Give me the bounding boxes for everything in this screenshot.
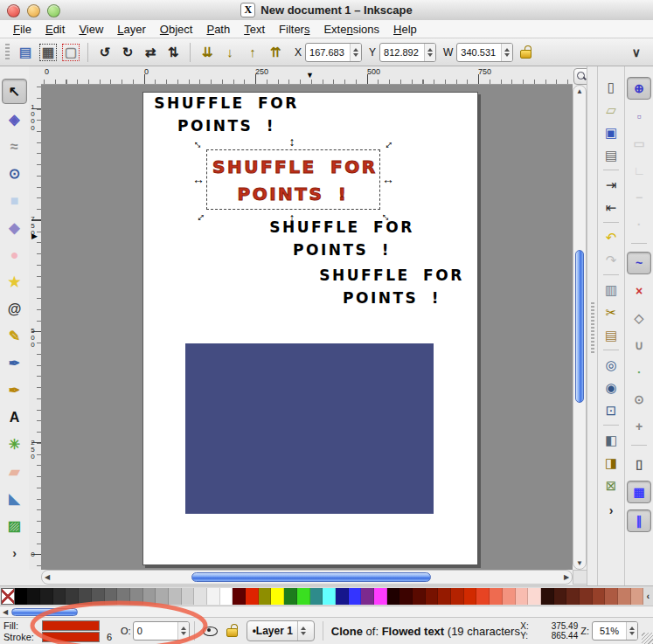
- copy-button[interactable]: ▥: [601, 280, 622, 300]
- stroke-color-swatch[interactable]: [42, 632, 100, 642]
- snap-line-midpoints-button[interactable]: ∙: [628, 362, 650, 383]
- palette-swatch[interactable]: [631, 588, 644, 605]
- calligraphy-tool[interactable]: ✒: [3, 378, 26, 402]
- node-tool[interactable]: ◈: [3, 107, 26, 131]
- fill-stroke-indicator[interactable]: Fill: Stroke: 6: [3, 620, 115, 642]
- ellipse-tool[interactable]: ●: [3, 243, 26, 267]
- palette-swatch[interactable]: [503, 588, 516, 605]
- horizontal-scrollbar[interactable]: ◀ ▶: [41, 570, 573, 585]
- selector-tool[interactable]: ↖: [2, 79, 27, 104]
- layer-selector[interactable]: •Layer 1: [247, 620, 315, 641]
- field-x-input[interactable]: 167.683: [305, 43, 362, 62]
- flowed-text-3[interactable]: SHUFFLE FORPOINTS !: [311, 264, 472, 310]
- export-button[interactable]: ⇤: [601, 197, 622, 218]
- snap-cusp-nodes-button[interactable]: ◇: [628, 308, 650, 329]
- zoom-drawing-button[interactable]: ◉: [601, 377, 622, 398]
- text-tool[interactable]: A: [3, 405, 26, 429]
- palette-swatch[interactable]: [361, 588, 374, 605]
- vertical-scroll-thumb[interactable]: [575, 250, 584, 403]
- flip-horizontal-button[interactable]: ⇄: [140, 42, 161, 63]
- star-tool[interactable]: ★: [3, 270, 26, 294]
- toolbar-overflow-chevron-icon[interactable]: ∨: [632, 45, 648, 59]
- vertical-ruler[interactable]: 1 0 0 07 5 05 0 02 5 00▶: [29, 85, 41, 570]
- gradient-tool[interactable]: ▨: [3, 514, 26, 537]
- palette-swatch[interactable]: [593, 588, 606, 605]
- import-button[interactable]: ⇥: [601, 175, 622, 195]
- palette-swatch[interactable]: [541, 588, 554, 605]
- open-document-button[interactable]: ▱: [601, 100, 622, 120]
- palette-swatch[interactable]: [554, 588, 567, 605]
- paint-bucket-tool[interactable]: ◣: [3, 487, 26, 510]
- palette-swatch[interactable]: [40, 588, 53, 605]
- print-document-button[interactable]: ▤: [601, 145, 622, 165]
- snap-path-intersections-button[interactable]: ×: [628, 280, 650, 301]
- palette-swatch[interactable]: [284, 588, 297, 605]
- field-x-spinner[interactable]: [350, 44, 361, 61]
- snap-bbox-centers-button[interactable]: ·: [628, 214, 650, 235]
- rectangle-tool[interactable]: ■: [3, 189, 26, 212]
- palette-swatch[interactable]: [580, 588, 593, 605]
- tweak-tool[interactable]: ≈: [3, 135, 26, 158]
- palette-swatch[interactable]: [426, 588, 439, 605]
- palette-swatch[interactable]: [169, 588, 182, 605]
- menu-object[interactable]: Object: [154, 22, 199, 37]
- snap-page-border-button[interactable]: ▯: [628, 454, 650, 474]
- palette-swatch[interactable]: [476, 588, 490, 605]
- commands-more-chevron-icon[interactable]: ›: [609, 503, 614, 517]
- spray-tool[interactable]: ✳: [3, 433, 26, 456]
- palette-swatch[interactable]: [438, 588, 451, 605]
- canvas[interactable]: SHUFFLE FORPOINTS !SHUFFLE FORPOINTS !SH…: [41, 85, 573, 570]
- snap-rotation-centers-button[interactable]: +: [628, 416, 650, 437]
- snap-bbox-edge-midpoints-button[interactable]: −: [628, 187, 650, 208]
- snap-object-centers-button[interactable]: ⊙: [628, 389, 650, 410]
- palette-scroll-thumb[interactable]: [11, 608, 78, 616]
- flowed-text-2[interactable]: SHUFFLE FORPOINTS !: [261, 216, 422, 262]
- horizontal-ruler[interactable]: 00250500750▼: [41, 66, 573, 85]
- pen-tool[interactable]: ✒: [3, 351, 26, 375]
- palette-swatch[interactable]: [271, 588, 284, 605]
- lock-ratio-toggle[interactable]: [520, 50, 531, 59]
- palette-swatch[interactable]: [297, 588, 310, 605]
- menu-file[interactable]: File: [7, 22, 38, 37]
- palette-swatch[interactable]: [310, 588, 323, 605]
- zoom-page-button[interactable]: ⊡: [601, 400, 622, 420]
- palette-scrollbar[interactable]: ◀: [0, 606, 653, 618]
- lower-to-bottom-button[interactable]: ⇊: [197, 42, 218, 63]
- scroll-right-arrow[interactable]: ▶: [561, 573, 572, 581]
- unlink-clone-button[interactable]: ⊠: [601, 475, 622, 495]
- flowed-text-1[interactable]: SHUFFLE FORPOINTS !: [146, 92, 307, 138]
- menu-filters[interactable]: Filters: [273, 22, 316, 37]
- opacity-spinner[interactable]: [177, 622, 189, 640]
- palette-swatch[interactable]: [387, 588, 400, 605]
- palette-swatch[interactable]: [79, 588, 92, 605]
- palette-swatch[interactable]: [130, 588, 143, 605]
- palette-swatch[interactable]: [117, 588, 130, 605]
- menu-path[interactable]: Path: [200, 22, 236, 37]
- layer-visibility-eye-icon[interactable]: [203, 627, 218, 636]
- palette-swatch[interactable]: [336, 588, 349, 605]
- palette-swatch[interactable]: [182, 588, 195, 605]
- raise-to-top-button[interactable]: ⇈: [265, 42, 286, 63]
- scale-handle-w[interactable]: ↔: [192, 173, 205, 185]
- close-button[interactable]: [7, 4, 20, 17]
- scroll-left-arrow[interactable]: ◀: [42, 573, 52, 581]
- scale-handle-s[interactable]: ↕: [289, 211, 295, 224]
- title-bar[interactable]: X New document 1 – Inkscape: [0, 0, 653, 21]
- layer-dropdown-arrows[interactable]: [297, 621, 309, 641]
- create-clone-button[interactable]: ◨: [601, 453, 622, 473]
- deselect-button[interactable]: ▢: [60, 42, 81, 63]
- select-all-button[interactable]: ▤: [15, 42, 36, 63]
- palette-swatch[interactable]: [207, 588, 220, 605]
- select-all-layers-button[interactable]: ▦: [38, 42, 59, 63]
- snap-bbox-edges-button[interactable]: ▭: [628, 133, 650, 154]
- zoom-input[interactable]: 51%: [592, 621, 638, 641]
- palette-swatch[interactable]: [451, 588, 464, 605]
- eraser-tool[interactable]: ▰: [3, 460, 26, 483]
- palette-swatch[interactable]: [194, 588, 207, 605]
- palette-swatch[interactable]: [259, 588, 272, 605]
- new-document-button[interactable]: ▯: [601, 77, 622, 97]
- paste-button[interactable]: ▤: [601, 325, 622, 345]
- palette-swatch[interactable]: [605, 588, 618, 605]
- palette-swatch[interactable]: [27, 588, 40, 605]
- blue-rectangle-object[interactable]: [185, 343, 434, 514]
